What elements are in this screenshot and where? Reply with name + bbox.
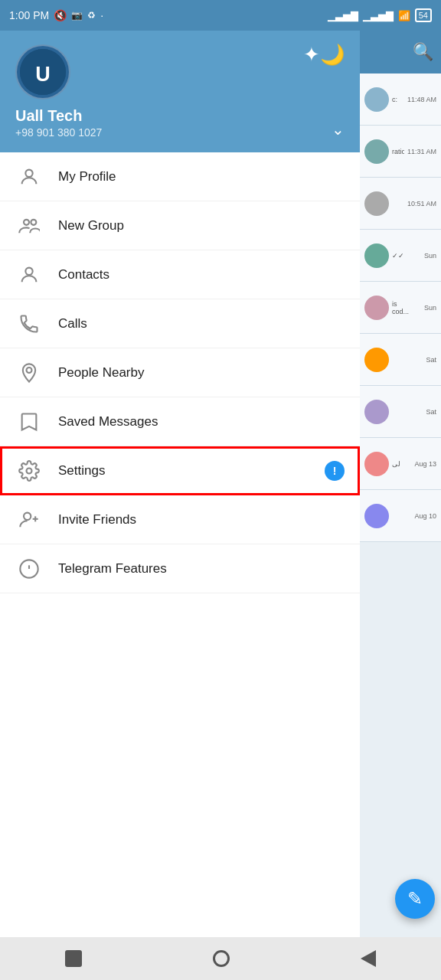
- menu-item-people-nearby[interactable]: People Nearby: [0, 348, 360, 397]
- contacts-icon: [15, 261, 43, 289]
- avatar: [364, 452, 389, 476]
- avatar: [364, 400, 389, 424]
- circle-icon: [213, 950, 230, 967]
- status-right: ▁▃▅▇ ▁▃▅▇ 📶 54: [328, 8, 432, 22]
- menu-label: People Nearby: [58, 365, 345, 381]
- avatar: [364, 243, 389, 268]
- svg-point-5: [25, 267, 32, 274]
- status-bar: 1:00 PM 🔇 📷 ♻ · ▁▃▅▇ ▁▃▅▇ 📶 54: [0, 0, 441, 31]
- bottom-nav: [0, 937, 441, 980]
- avatar: [364, 87, 389, 112]
- menu-label: Settings: [58, 463, 325, 479]
- drawer-phone: +98 901 380 1027: [15, 126, 345, 139]
- avatar-initials: U: [20, 49, 66, 95]
- chat-time: Aug 10: [413, 512, 436, 520]
- triangle-icon: [361, 950, 376, 967]
- drawer: ✦🌙 U Uall Tech +98 901 380 1027 ⌄ My Pro…: [0, 31, 360, 937]
- menu-item-telegram-features[interactable]: Telegram Features: [0, 544, 360, 593]
- chat-time: 11:31 AM: [407, 148, 436, 155]
- night-mode-icon[interactable]: ✦🌙: [303, 43, 345, 67]
- bookmark-icon: [15, 408, 43, 436]
- group-icon: [15, 212, 43, 240]
- chat-time: Aug 13: [413, 460, 436, 468]
- chat-panel: 🔍 c: 11:48 AM ration 11:31 AM 10:51 AM ✓…: [360, 31, 441, 937]
- wifi-icon: 📶: [398, 10, 410, 21]
- chat-item[interactable]: Sat: [360, 334, 441, 386]
- help-icon: [15, 555, 43, 583]
- profile-icon: [15, 163, 43, 191]
- menu-label: Calls: [58, 316, 345, 332]
- menu-item-saved-messages[interactable]: Saved Messages: [0, 397, 360, 446]
- settings-icon: [15, 457, 43, 485]
- dot-icon: ·: [100, 9, 103, 21]
- chat-item[interactable]: is cod... Sun: [360, 282, 441, 334]
- chat-time: Sun: [413, 252, 436, 260]
- svg-point-7: [27, 468, 32, 473]
- svg-point-4: [31, 219, 36, 224]
- chat-snippet: ✓✓: [392, 252, 410, 260]
- time: 1:00 PM: [9, 9, 49, 21]
- sync-icon: ♻: [87, 10, 96, 21]
- svg-text:U: U: [35, 63, 51, 86]
- phone-icon: [15, 310, 43, 338]
- mute-icon: 🔇: [54, 9, 67, 21]
- chat-item[interactable]: لی Aug 13: [360, 438, 441, 490]
- menu-label: Telegram Features: [58, 561, 345, 577]
- nav-recent-button[interactable]: [361, 950, 376, 967]
- nav-home-button[interactable]: [213, 950, 230, 967]
- chat-item[interactable]: c: 11:48 AM: [360, 74, 441, 126]
- menu-item-settings[interactable]: Settings !: [0, 446, 360, 495]
- svg-point-2: [25, 169, 32, 176]
- menu-item-my-profile[interactable]: My Profile: [0, 152, 360, 201]
- chat-list: c: 11:48 AM ration 11:31 AM 10:51 AM ✓✓ …: [360, 74, 441, 937]
- battery-indicator: 54: [415, 8, 432, 22]
- menu-label: My Profile: [58, 169, 345, 185]
- avatar: [364, 191, 389, 216]
- menu-item-contacts[interactable]: Contacts: [0, 250, 360, 299]
- chat-time: Sun: [413, 304, 436, 312]
- signal-icon: ▁▃▅▇: [328, 10, 358, 21]
- avatar: [364, 139, 389, 164]
- chat-snippet: لی: [392, 460, 410, 468]
- chat-item[interactable]: ✓✓ Sun: [360, 230, 441, 282]
- chat-item[interactable]: Sat: [360, 386, 441, 438]
- menu-item-calls[interactable]: Calls: [0, 299, 360, 348]
- svg-point-3: [24, 219, 29, 224]
- menu-label: Invite Friends: [58, 512, 345, 528]
- chat-snippet: ration: [392, 148, 404, 155]
- settings-badge: !: [325, 461, 345, 481]
- chat-snippet: is cod...: [392, 300, 410, 315]
- avatar: [364, 504, 389, 528]
- instagram-icon: 📷: [71, 10, 83, 21]
- chat-panel-header: 🔍: [360, 31, 441, 74]
- menu-item-invite-friends[interactable]: Invite Friends: [0, 495, 360, 544]
- avatar: [364, 348, 389, 372]
- svg-point-6: [27, 368, 32, 373]
- user-avatar[interactable]: U: [15, 44, 70, 100]
- chat-time: 10:51 AM: [407, 200, 436, 207]
- status-left: 1:00 PM 🔇 📷 ♻ ·: [9, 9, 103, 21]
- square-icon: [65, 950, 82, 967]
- menu-item-new-group[interactable]: New Group: [0, 201, 360, 250]
- avatar: [364, 296, 389, 320]
- chat-item[interactable]: ration 11:31 AM: [360, 126, 441, 178]
- menu-label: New Group: [58, 218, 345, 234]
- drawer-username: Uall Tech: [15, 107, 345, 125]
- menu-label: Saved Messages: [58, 414, 345, 430]
- chat-time: Sat: [413, 356, 436, 364]
- search-button[interactable]: 🔍: [413, 42, 433, 62]
- chat-time: Sat: [413, 408, 436, 416]
- nearby-icon: [15, 359, 43, 387]
- chat-snippet: c:: [392, 96, 404, 103]
- svg-point-8: [24, 512, 31, 519]
- nav-back-button[interactable]: [65, 950, 82, 967]
- chat-time: 11:48 AM: [407, 96, 436, 103]
- chat-item[interactable]: Aug 10: [360, 490, 441, 542]
- compose-fab[interactable]: ✎: [395, 879, 435, 919]
- chat-item[interactable]: 10:51 AM: [360, 178, 441, 230]
- expand-accounts-button[interactable]: ⌄: [332, 120, 345, 139]
- menu-label: Contacts: [58, 267, 345, 283]
- signal2-icon: ▁▃▅▇: [363, 10, 394, 21]
- drawer-header: ✦🌙 U Uall Tech +98 901 380 1027 ⌄: [0, 31, 360, 152]
- menu-list: My Profile New Group Contacts Calls: [0, 152, 360, 937]
